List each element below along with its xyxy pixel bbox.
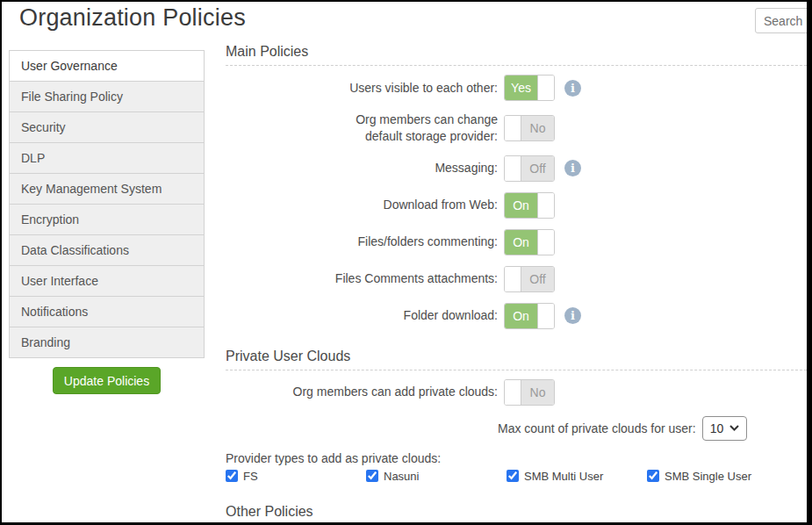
toggle-knob [537, 230, 554, 255]
checkbox-fs[interactable] [226, 470, 238, 482]
policy-label: Download from Web: [384, 197, 498, 213]
toggle-state-label: No [521, 380, 554, 405]
policy-label: Files/folders commenting: [357, 234, 498, 250]
toggle-state-label: No [521, 116, 554, 140]
checkbox-item-nasuni[interactable]: Nasuni [366, 470, 507, 483]
max-clouds-select[interactable]: 10 [702, 416, 748, 441]
toggle-state-label: On [505, 230, 537, 255]
page-title: Organization Policies [19, 4, 246, 32]
section-title-private-user-clouds: Private User Clouds [226, 349, 807, 370]
sidebar-item-notifications[interactable]: Notifications [10, 297, 204, 327]
max-clouds-value: 10 [710, 421, 724, 435]
toggle-state-label: On [505, 304, 537, 328]
policy-label: Org members can add private clouds: [293, 384, 498, 400]
toggle-state-label: Yes [505, 76, 537, 100]
sidebar-item-branding[interactable]: Branding [10, 327, 204, 357]
toggle-users-visible[interactable]: Yes [504, 75, 555, 101]
policy-label: Folder download: [404, 307, 498, 324]
policy-row-download-from-web: Download from Web: On [226, 192, 807, 219]
sidebar-item-data-classifications[interactable]: Data Classifications [10, 235, 204, 266]
policy-label: Org members can change default storage p… [327, 111, 498, 145]
policy-label: Messaging: [435, 160, 498, 176]
section-title-main-policies: Main Policies [226, 44, 807, 66]
policy-row-messaging: Messaging: Off i [226, 155, 807, 182]
policy-row-folder-download: Folder download: On i [226, 303, 807, 329]
info-icon[interactable]: i [564, 160, 581, 176]
sidebar-list: User Governance File Sharing Policy Secu… [9, 50, 205, 358]
toggle-messaging[interactable]: Off [504, 155, 555, 182]
checkbox-nasuni[interactable] [366, 470, 378, 482]
sidebar-item-key-management-system[interactable]: Key Management System [10, 174, 204, 205]
provider-types-row: FS Nasuni SMB Multi User SMB Single User [226, 470, 807, 483]
toggle-download-from-web[interactable]: On [504, 192, 555, 219]
info-icon[interactable]: i [564, 307, 581, 324]
toggle-knob [537, 76, 554, 100]
checkbox-label: SMB Single User [665, 470, 751, 483]
checkbox-smb-multi-user[interactable] [507, 470, 519, 482]
sidebar-item-file-sharing-policy[interactable]: File Sharing Policy [10, 82, 204, 112]
provider-types-label: Provider types to add as private clouds: [226, 451, 807, 465]
checkbox-item-fs[interactable]: FS [226, 470, 366, 483]
sidebar-item-security[interactable]: Security [10, 112, 204, 143]
checkbox-label: Nasuni [384, 470, 419, 483]
toggle-knob [537, 193, 554, 218]
update-policies-button[interactable]: Update Policies [53, 367, 161, 394]
policy-label: Users visible to each other: [349, 80, 498, 97]
window: Organization Policies User Governance Fi… [0, 0, 812, 525]
policy-label: Files Comments attachments: [335, 270, 498, 287]
sidebar-item-user-interface[interactable]: User Interface [10, 266, 204, 297]
policy-row-add-private-clouds: Org members can add private clouds: No [226, 379, 807, 406]
info-icon[interactable]: i [564, 80, 581, 97]
toggle-state-label: Off [521, 267, 554, 291]
toggle-knob [537, 304, 554, 328]
toggle-knob [505, 267, 521, 291]
main-content: Main Policies Users visible to each othe… [226, 44, 807, 525]
toggle-knob [505, 156, 521, 181]
policy-row-files-commenting: Files/folders commenting: On [226, 229, 807, 255]
checkbox-item-smb-single-user[interactable]: SMB Single User [647, 470, 787, 483]
chevron-down-icon [729, 425, 739, 431]
checkbox-label: FS [243, 470, 258, 483]
toggle-comments-attachments[interactable]: Off [504, 266, 555, 292]
toggle-folder-download[interactable]: On [504, 303, 555, 329]
search-input[interactable] [755, 8, 812, 33]
checkbox-item-smb-multi-user[interactable]: SMB Multi User [507, 470, 647, 483]
checkbox-label: SMB Multi User [524, 470, 603, 483]
section-title-other-policies: Other Policies [226, 504, 807, 525]
toggle-knob [505, 380, 521, 405]
toggle-files-commenting[interactable]: On [504, 229, 555, 255]
max-clouds-row: Max count of private clouds for user: 10 [498, 416, 807, 441]
sidebar-item-encryption[interactable]: Encryption [10, 205, 204, 235]
sidebar: User Governance File Sharing Policy Secu… [9, 50, 205, 394]
toggle-state-label: Off [521, 156, 554, 181]
checkbox-smb-single-user[interactable] [647, 470, 659, 482]
sidebar-item-dlp[interactable]: DLP [10, 143, 204, 174]
policy-row-comments-attachments: Files Comments attachments: Off [226, 266, 807, 292]
policy-row-storage-provider: Org members can change default storage p… [226, 111, 807, 145]
toggle-add-private-clouds[interactable]: No [504, 379, 555, 406]
policy-row-users-visible: Users visible to each other: Yes i [226, 75, 807, 101]
sidebar-item-user-governance[interactable]: User Governance [10, 51, 204, 82]
max-clouds-label: Max count of private clouds for user: [498, 421, 696, 435]
toggle-change-storage-provider[interactable]: No [504, 115, 555, 141]
toggle-state-label: On [505, 193, 537, 218]
toggle-knob [505, 116, 521, 140]
